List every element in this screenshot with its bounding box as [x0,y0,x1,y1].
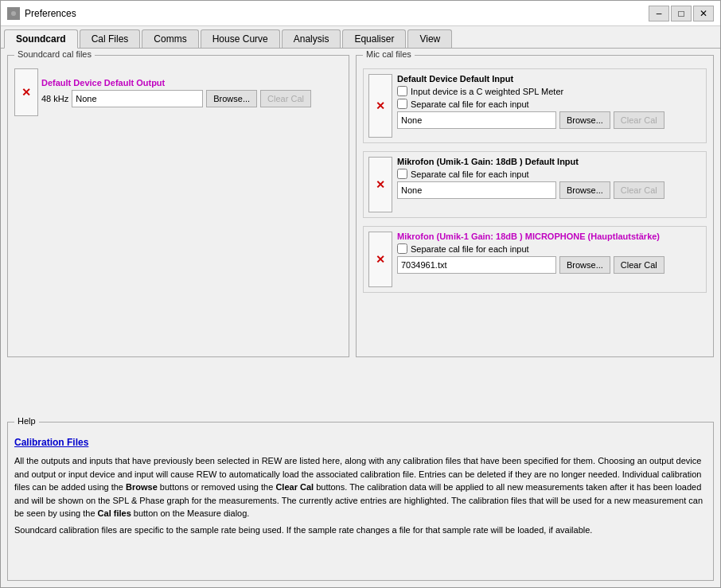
mic3-separate-row: Separate cal file for each input [397,243,701,254]
mic1-content: Default Device Default Input Input devic… [397,74,701,129]
mic-entry-3: ✕ Mikrofon (Umik-1 Gain: 18dB ) MICROPHO… [363,226,707,293]
soundcard-device-name: Default Device Default Output [41,78,311,88]
mic3-separate-label: Separate cal file for each input [411,244,529,254]
tab-equaliser[interactable]: Equaliser [342,29,406,48]
mic2-file-row: Browse... Clear Cal [397,181,701,199]
soundcard-panel-legend: Soundcard cal files [14,49,95,59]
window-controls: – □ ✕ [649,6,714,21]
window-title: Preferences [25,8,649,19]
mic2-device-box: ✕ [368,157,392,212]
help-body: All the outputs and inputs that have pre… [14,454,707,520]
tab-house-curve[interactable]: House Curve [201,29,280,48]
maximize-button[interactable]: □ [671,6,692,21]
mic-panel-legend: Mic cal files [363,49,415,59]
mic2-device-name: Mikrofon (Umik-1 Gain: 18dB ) Default In… [397,157,701,166]
soundcard-file-input[interactable] [72,90,203,107]
mic3-remove-icon[interactable]: ✕ [376,253,385,266]
mic1-checkbox2-row: Separate cal file for each input [397,99,701,109]
mic1-clear-button[interactable]: Clear Cal [614,111,664,129]
minimize-button[interactable]: – [649,6,669,21]
mic1-device-name: Default Device Default Input [397,74,701,84]
mic3-clear-button[interactable]: Clear Cal [614,256,664,274]
mic2-file-input[interactable] [397,181,556,199]
tab-analysis[interactable]: Analysis [282,29,341,48]
content-area: Soundcard cal files ✕ Default Device Def… [1,49,720,587]
mic2-clear-button[interactable]: Clear Cal [614,181,664,199]
mic3-separate-checkbox[interactable] [397,243,407,254]
help-title: Calibration Files [14,435,707,450]
soundcard-remove-icon[interactable]: ✕ [21,86,31,99]
title-bar: Preferences – □ ✕ [1,1,720,26]
tabs-bar: Soundcard Cal Files Comms House Curve An… [1,26,720,49]
mic3-device-box: ✕ [368,232,392,287]
mic1-separate-checkbox[interactable] [397,99,407,109]
svg-point-1 [11,11,16,16]
soundcard-clear-button[interactable]: Clear Cal [260,90,311,107]
mic1-file-row: Browse... Clear Cal [397,111,701,129]
mic1-c-weighted-label: Input device is a C weighted SPL Meter [411,87,563,96]
mic2-separate-label: Separate cal file for each input [411,169,529,179]
preferences-window: Preferences – □ ✕ Soundcard Cal Files Co… [0,0,721,588]
mic2-separate-checkbox[interactable] [397,169,407,179]
soundcard-cal-details: Default Device Default Output 48 kHz Bro… [41,78,311,107]
help-content[interactable]: Calibration Files All the outputs and in… [8,429,713,580]
mic3-content: Mikrofon (Umik-1 Gain: 18dB ) MICROPHONE… [397,232,701,274]
mic1-c-weighted-checkbox[interactable] [397,86,407,96]
mic1-file-input[interactable] [397,111,556,129]
tab-cal-files[interactable]: Cal Files [80,29,141,48]
tab-comms[interactable]: Comms [142,29,198,48]
tab-view[interactable]: View [407,29,452,48]
main-panels: Soundcard cal files ✕ Default Device Def… [7,55,714,357]
mic3-device-name: Mikrofon (Umik-1 Gain: 18dB ) MICROPHONE… [397,232,701,241]
mic1-remove-icon[interactable]: ✕ [376,99,385,112]
help-footer: Soundcard calibration files are specific… [14,524,707,537]
help-legend: Help [14,416,39,426]
mic3-file-row: Browse... Clear Cal [397,256,701,274]
soundcard-cal-entry: ✕ Default Device Default Output 48 kHz B… [14,68,342,116]
close-button[interactable]: ✕ [693,6,714,21]
mic1-browse-button[interactable]: Browse... [559,111,610,129]
soundcard-freq-row: 48 kHz Browse... Clear Cal [41,90,311,107]
mic2-separate-row: Separate cal file for each input [397,169,701,179]
mic2-browse-button[interactable]: Browse... [559,181,610,199]
tab-soundcard[interactable]: Soundcard [4,29,78,49]
mic-panel: Mic cal files ✕ Default Device Default I… [356,55,714,357]
soundcard-device-box: ✕ [14,68,38,116]
mic3-browse-button[interactable]: Browse... [559,256,610,274]
mic1-device-box: ✕ [368,74,392,138]
mic3-file-input[interactable] [397,256,556,274]
mic1-separate-label: Separate cal file for each input [411,99,529,109]
help-panel: Help Calibration Files All the outputs a… [7,422,714,581]
app-icon [7,7,20,20]
soundcard-freq-label: 48 kHz [41,94,68,103]
mic-entry-2: ✕ Mikrofon (Umik-1 Gain: 18dB ) Default … [363,151,707,218]
mic1-checkbox1-row: Input device is a C weighted SPL Meter [397,86,701,96]
soundcard-panel: Soundcard cal files ✕ Default Device Def… [7,55,349,357]
mic-entry-1: ✕ Default Device Default Input Input dev… [363,68,707,143]
mic2-remove-icon[interactable]: ✕ [376,178,385,191]
mic2-content: Mikrofon (Umik-1 Gain: 18dB ) Default In… [397,157,701,199]
soundcard-browse-button[interactable]: Browse... [206,90,257,107]
